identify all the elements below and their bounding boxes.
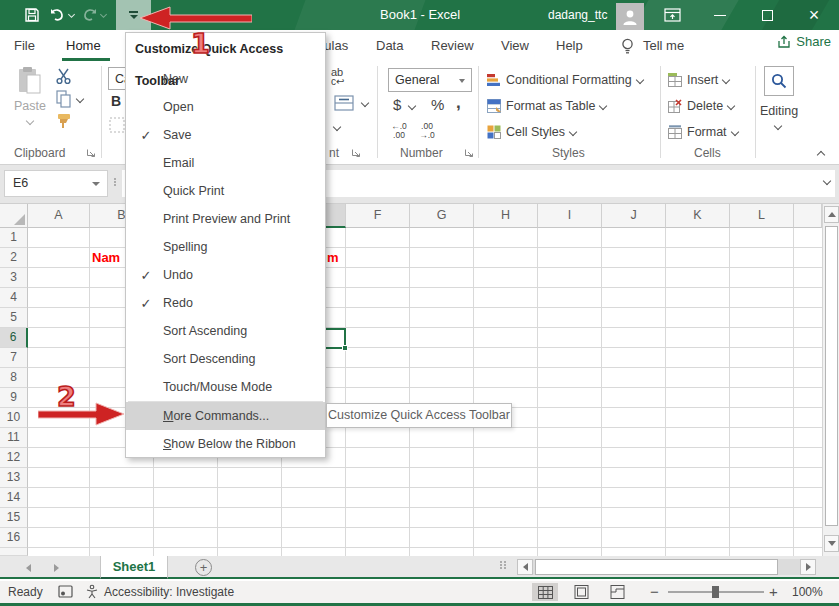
format-as-table-button[interactable]: Format as Table bbox=[487, 94, 606, 118]
redo-icon[interactable] bbox=[81, 7, 98, 27]
clipboard-dialog-launcher-icon[interactable] bbox=[86, 147, 96, 161]
decrease-decimal-button[interactable]: .00 →.0 bbox=[414, 122, 440, 140]
number-format-dropdown[interactable]: General bbox=[388, 68, 472, 92]
zoom-slider-thumb[interactable] bbox=[712, 586, 719, 598]
increase-decimal-button[interactable]: ←.0 .00 bbox=[386, 122, 412, 140]
currency-button[interactable]: $ bbox=[393, 96, 401, 113]
accessibility-icon[interactable] bbox=[85, 584, 100, 602]
close-button[interactable]: × bbox=[799, 0, 829, 30]
currency-chevron-icon[interactable] bbox=[408, 102, 416, 110]
macro-record-icon[interactable] bbox=[58, 585, 73, 601]
user-avatar[interactable] bbox=[616, 3, 644, 30]
row-header-16[interactable]: 16 bbox=[0, 528, 28, 548]
menu-item-touch-mouse-mode[interactable]: Touch/Mouse Mode bbox=[126, 373, 325, 401]
menu-item-save[interactable]: ✓Save bbox=[126, 121, 325, 149]
name-box[interactable]: E6 bbox=[4, 170, 108, 197]
menu-item-sort-ascending[interactable]: Sort Ascending bbox=[126, 317, 325, 345]
row-header-9[interactable]: 9 bbox=[0, 388, 28, 408]
menu-item-quick-print[interactable]: Quick Print bbox=[126, 177, 325, 205]
zoom-in-button[interactable]: + bbox=[769, 583, 778, 600]
redo-chevron-icon[interactable] bbox=[100, 11, 107, 18]
number-dialog-launcher-icon[interactable] bbox=[464, 147, 474, 161]
tell-me-bulb-icon[interactable] bbox=[620, 37, 635, 59]
share-button[interactable]: Share bbox=[777, 34, 831, 49]
hscroll-right-button[interactable] bbox=[800, 559, 816, 575]
menu-item-spelling[interactable]: Spelling bbox=[126, 233, 325, 261]
user-name[interactable]: dadang_ttc bbox=[548, 0, 607, 30]
find-select-button[interactable] bbox=[764, 66, 794, 96]
menu-item-open[interactable]: Open bbox=[126, 93, 325, 121]
column-header-j[interactable]: J bbox=[602, 204, 666, 228]
horizontal-scroll-thumb[interactable] bbox=[535, 559, 778, 575]
zoom-out-button[interactable]: − bbox=[650, 583, 659, 600]
formula-bar-splitter[interactable] bbox=[113, 177, 117, 187]
row-header-partial[interactable] bbox=[0, 548, 28, 556]
sheet-tab-sheet1[interactable]: Sheet1 bbox=[100, 556, 168, 579]
page-break-view-button[interactable] bbox=[604, 583, 630, 601]
undo-chevron-icon[interactable] bbox=[68, 11, 75, 18]
vertical-scroll-thumb[interactable] bbox=[825, 226, 838, 526]
minimize-button[interactable] bbox=[705, 0, 735, 30]
menu-item-print-preview-and-print[interactable]: Print Preview and Print bbox=[126, 205, 325, 233]
row-header-7[interactable]: 7 bbox=[0, 348, 28, 368]
alignment-dialog-launcher-icon[interactable] bbox=[351, 147, 361, 161]
sheet-nav-next-icon[interactable] bbox=[54, 564, 59, 572]
vertical-scrollbar[interactable] bbox=[822, 204, 839, 556]
menu-item-show-below-the-ribbon[interactable]: Show Below the Ribbon bbox=[126, 430, 325, 458]
conditional-formatting-button[interactable]: Conditional Formatting bbox=[487, 68, 643, 92]
row-header-5[interactable]: 5 bbox=[0, 308, 28, 328]
fill-handle[interactable] bbox=[342, 345, 348, 351]
tab-help[interactable]: Help bbox=[556, 30, 583, 62]
merge-center-icon[interactable] bbox=[334, 95, 354, 114]
row-header-2[interactable]: 2 bbox=[0, 248, 28, 268]
editing-chevron-icon[interactable] bbox=[774, 122, 782, 130]
row-header-15[interactable]: 15 bbox=[0, 508, 28, 528]
borders-icon[interactable] bbox=[109, 117, 125, 136]
tab-data[interactable]: Data bbox=[376, 30, 403, 62]
column-header-i[interactable]: I bbox=[538, 204, 602, 228]
row-header-11[interactable]: 11 bbox=[0, 428, 28, 448]
delete-cells-button[interactable]: Delete bbox=[668, 94, 734, 118]
column-header-l[interactable]: L bbox=[730, 204, 794, 228]
wrap-text-icon[interactable]: abc↩ bbox=[331, 68, 344, 86]
row-header-10[interactable]: 10 bbox=[0, 408, 28, 428]
paste-button[interactable]: Paste bbox=[10, 66, 50, 127]
row-header-3[interactable]: 3 bbox=[0, 268, 28, 288]
hscroll-left-button[interactable] bbox=[517, 559, 533, 575]
row-header-4[interactable]: 4 bbox=[0, 288, 28, 308]
percent-button[interactable]: % bbox=[431, 96, 444, 113]
name-box-dropdown-icon[interactable] bbox=[92, 182, 100, 186]
column-header-h[interactable]: H bbox=[474, 204, 538, 228]
tell-me-label[interactable]: Tell me bbox=[643, 30, 684, 62]
copy-chevron-icon[interactable] bbox=[76, 95, 84, 103]
insert-cells-button[interactable]: Insert bbox=[668, 68, 729, 92]
editing-group-label[interactable]: Editing bbox=[760, 104, 798, 118]
zoom-level-label[interactable]: 100% bbox=[792, 585, 823, 599]
fill-color-chevron-icon[interactable] bbox=[333, 123, 341, 131]
merge-chevron-icon[interactable] bbox=[361, 99, 369, 107]
menu-item-undo[interactable]: ✓Undo bbox=[126, 261, 325, 289]
bold-button[interactable]: B bbox=[111, 93, 121, 109]
row-header-14[interactable]: 14 bbox=[0, 488, 28, 508]
row-header-1[interactable]: 1 bbox=[0, 228, 28, 248]
column-header-f[interactable]: F bbox=[346, 204, 410, 228]
cut-icon[interactable] bbox=[55, 68, 72, 88]
column-header-partial[interactable] bbox=[794, 204, 822, 228]
format-painter-icon[interactable] bbox=[56, 112, 74, 133]
tab-scrollbar-splitter[interactable] bbox=[499, 560, 507, 570]
menu-item-more-commands[interactable]: More Commands... bbox=[126, 402, 325, 430]
row-header-12[interactable]: 12 bbox=[0, 448, 28, 468]
comma-button[interactable]: , bbox=[456, 93, 461, 113]
row-header-8[interactable]: 8 bbox=[0, 368, 28, 388]
menu-item-email[interactable]: Email bbox=[126, 149, 325, 177]
new-sheet-button[interactable]: + bbox=[195, 559, 212, 576]
menu-item-redo[interactable]: ✓Redo bbox=[126, 289, 325, 317]
ribbon-display-options-icon[interactable] bbox=[664, 8, 681, 26]
column-header-g[interactable]: G bbox=[410, 204, 474, 228]
page-layout-view-button[interactable] bbox=[568, 583, 594, 601]
collapse-ribbon-icon[interactable] bbox=[817, 151, 825, 159]
tab-file[interactable]: File bbox=[14, 30, 35, 62]
maximize-button[interactable] bbox=[752, 0, 782, 30]
scroll-down-button[interactable] bbox=[824, 535, 839, 552]
select-all-button[interactable] bbox=[0, 204, 28, 228]
